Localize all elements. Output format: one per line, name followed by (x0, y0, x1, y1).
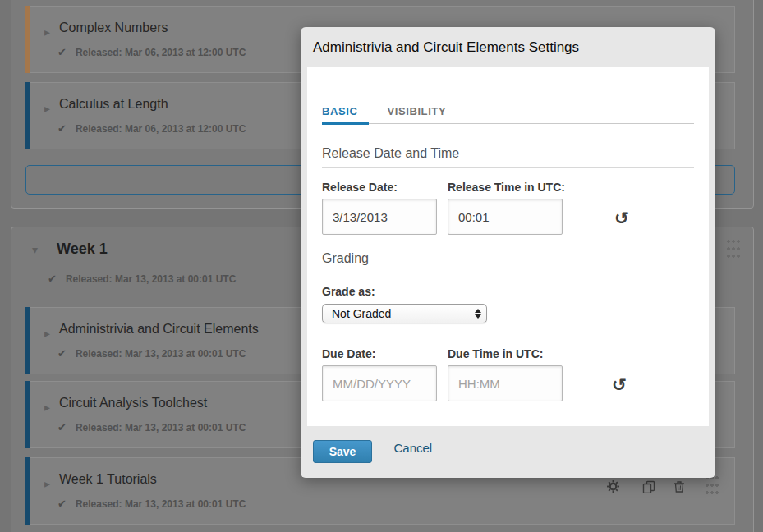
release-text: Released: Mar 06, 2013 at 12:00 UTC (76, 123, 246, 135)
select-arrows-icon (475, 309, 481, 319)
due-time-field-group: Due Time in UTC: (448, 347, 563, 401)
release-time-field-group: Release Time in UTC: (448, 181, 565, 235)
check-icon: ✔ (57, 421, 67, 433)
modal-body: BASIC VISIBILITY Release Date and Time R… (307, 67, 709, 426)
reset-release-icon[interactable]: ↺ (614, 209, 629, 227)
tab-visibility[interactable]: VISIBILITY (387, 105, 446, 117)
status-bar (25, 457, 30, 525)
grade-as-label: Grade as: (322, 285, 694, 298)
cancel-link[interactable]: Cancel (393, 441, 432, 455)
subsection-title: Complex Numbers (59, 21, 168, 35)
delete-icon[interactable] (673, 480, 685, 493)
subsection-title: Week 1 Tutorials (59, 472, 157, 487)
subsection-actions-row (607, 480, 730, 494)
due-date-label: Due Date: (322, 347, 437, 360)
release-status: ✔Released: Mar 13, 2013 at 00:01 UTC (57, 498, 246, 510)
drag-handle[interactable] (727, 240, 740, 261)
reset-due-icon[interactable]: ↺ (612, 376, 627, 393)
release-status: ✔Released: Mar 13, 2013 at 00:01 UTC (57, 347, 246, 360)
grade-as-select[interactable]: Not Graded (322, 304, 487, 323)
modal-title: Administrivia and Circuit Elements Setti… (313, 39, 703, 56)
status-bar (25, 6, 30, 73)
status-bar (25, 307, 30, 374)
release-text: Released: Mar 13, 2013 at 00:01 UTC (66, 273, 236, 285)
gear-icon[interactable] (607, 480, 619, 493)
collapsed-toggle-icon[interactable]: ▸ (44, 102, 50, 115)
check-icon: ✔ (57, 498, 67, 510)
modal-footer: Save Cancel (301, 426, 715, 478)
release-date-input[interactable] (322, 199, 437, 235)
expanded-toggle-icon[interactable]: ▾ (32, 243, 38, 256)
subsection-title: Circuit Analysis Toolchest (59, 396, 207, 410)
check-icon: ✔ (57, 46, 67, 58)
due-time-input[interactable] (448, 365, 563, 401)
subsection-title: Administrivia and Circuit Elements (59, 322, 259, 337)
release-text: Released: Mar 06, 2013 at 12:00 UTC (76, 47, 246, 58)
release-text: Released: Mar 13, 2013 at 00:01 UTC (76, 498, 246, 510)
subsection-title: Calculus at Length (59, 97, 168, 112)
release-text: Released: Mar 13, 2013 at 00:01 UTC (76, 422, 246, 433)
release-time-label: Release Time in UTC: (448, 181, 565, 194)
release-status: ✔Released: Mar 13, 2013 at 00:01 UTC (48, 273, 236, 285)
modal-header: Administrivia and Circuit Elements Setti… (301, 27, 715, 67)
status-bar (25, 82, 30, 149)
release-date-label: Release Date: (322, 181, 437, 194)
check-icon: ✔ (57, 347, 67, 360)
subsection-settings-modal: Administrivia and Circuit Elements Setti… (301, 27, 715, 478)
tab-basic[interactable]: BASIC (322, 105, 357, 117)
release-section-heading: Release Date and Time (322, 146, 694, 168)
check-icon: ✔ (48, 273, 57, 285)
save-button[interactable]: Save (313, 440, 372, 463)
release-text: Released: Mar 13, 2013 at 00:01 UTC (76, 348, 246, 360)
due-date-input[interactable] (322, 365, 437, 401)
check-icon: ✔ (57, 122, 67, 135)
release-date-field-group: Release Date: (322, 181, 437, 235)
release-status: ✔Released: Mar 13, 2013 at 00:01 UTC (57, 421, 246, 433)
due-time-label: Due Time in UTC: (448, 347, 563, 360)
tab-bar: BASIC VISIBILITY (322, 105, 694, 124)
release-status: ✔Released: Mar 06, 2013 at 12:00 UTC (57, 122, 246, 135)
collapsed-toggle-icon[interactable]: ▸ (44, 477, 50, 490)
studio-outline-screen: { "modal": { "title": "Administrivia and… (0, 0, 763, 532)
release-field-row: Release Date: Release Time in UTC: ↺ (322, 181, 694, 235)
due-date-field-group: Due Date: (322, 347, 437, 401)
due-field-row: Due Date: Due Time in UTC: ↺ (322, 347, 694, 401)
duplicate-icon[interactable] (642, 480, 655, 493)
release-status: ✔Released: Mar 06, 2013 at 12:00 UTC (57, 46, 246, 58)
drag-handle[interactable] (706, 476, 719, 498)
collapsed-toggle-icon[interactable]: ▸ (44, 327, 50, 340)
grading-section-heading: Grading (322, 251, 694, 273)
section-title: Week 1 (57, 241, 108, 258)
grade-as-selected-value: Not Graded (332, 307, 475, 320)
collapsed-toggle-icon[interactable]: ▸ (44, 25, 50, 39)
collapsed-toggle-icon[interactable]: ▸ (44, 401, 50, 414)
release-time-input[interactable] (448, 199, 563, 235)
status-bar (25, 381, 30, 448)
